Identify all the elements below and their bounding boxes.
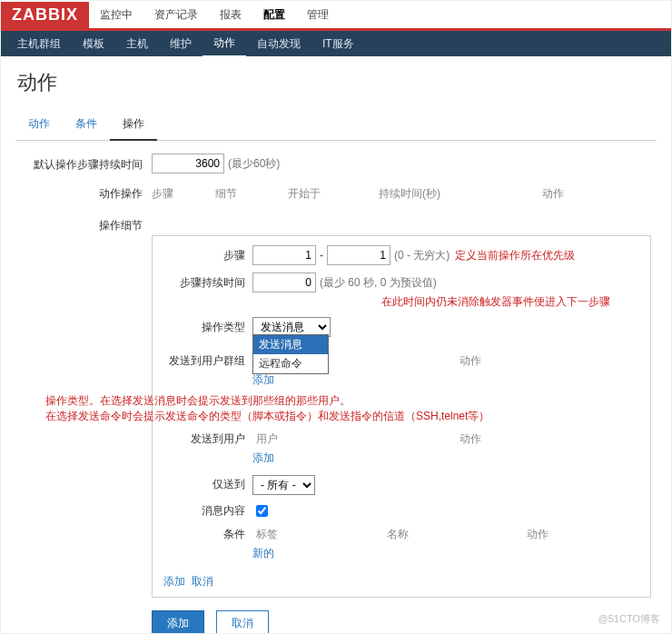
topnav-monitor[interactable]: 监控中 xyxy=(89,2,143,28)
send-u-label: 发送到用户 xyxy=(163,431,252,447)
step-hint: (0 - 无穷大) xyxy=(394,248,450,263)
optype-dropdown: 发送消息 远程命令 xyxy=(252,334,329,374)
cond-new[interactable]: 新的 xyxy=(252,547,274,560)
subnav-hostgroups[interactable]: 主机群组 xyxy=(6,31,72,56)
ann-optype-l2: 在选择发送命令时会提示发送命令的类型（脚本或指令）和发送指令的信道（SSH,te… xyxy=(45,409,639,424)
subnav-discovery[interactable]: 自动发现 xyxy=(246,31,311,56)
details-label: 操作细节 xyxy=(15,214,152,233)
msg-checkbox[interactable] xyxy=(256,505,268,517)
tabstrip: 动作 条件 操作 xyxy=(15,109,657,141)
col-action-ug: 动作 xyxy=(460,353,481,369)
default-step-input[interactable] xyxy=(152,154,224,173)
col-tag: 标签 xyxy=(256,527,383,542)
details-cancel[interactable]: 取消 xyxy=(192,575,213,588)
sub-navbar: 主机群组 模板 主机 维护 动作 自动发现 IT服务 xyxy=(1,31,671,56)
th-step: 步骤 xyxy=(152,186,215,202)
step-sep: - xyxy=(320,249,323,262)
duration-label: 步骤持续时间 xyxy=(163,275,252,291)
ann-priority: 定义当前操作所在优先级 xyxy=(455,248,575,263)
tab-operations[interactable]: 操作 xyxy=(110,109,157,141)
msg-label: 消息内容 xyxy=(163,503,252,519)
col-name: 名称 xyxy=(387,527,523,542)
subnav-maintenance[interactable]: 维护 xyxy=(159,31,203,56)
ann-optype-l1: 操作类型。在选择发送消息时会提示发送到那些组的那些用户。 xyxy=(45,393,639,409)
col-user: 用户 xyxy=(256,431,456,447)
th-action: 动作 xyxy=(542,186,657,202)
ann-timeout: 在此时间内仍未消除触发器事件便进入下一步骤 xyxy=(381,294,639,310)
subnav-hosts[interactable]: 主机 xyxy=(115,31,159,56)
step-to-input[interactable] xyxy=(327,245,390,265)
optype-opt-sendmsg[interactable]: 发送消息 xyxy=(253,335,328,354)
only-label: 仅送到 xyxy=(163,477,252,492)
subnav-itservices[interactable]: IT服务 xyxy=(311,31,365,56)
duration-input[interactable] xyxy=(252,272,316,292)
top-navbar: ZABBIX 监控中 资产记录 报表 配置 管理 xyxy=(1,1,671,31)
topnav-assets[interactable]: 资产记录 xyxy=(143,2,209,28)
only-select[interactable]: - 所有 - xyxy=(252,475,315,495)
cond-label: 条件 xyxy=(163,527,252,542)
col-action-u: 动作 xyxy=(460,431,481,447)
default-step-hint: (最少60秒) xyxy=(228,156,280,172)
send-u-add[interactable]: 添加 xyxy=(252,451,274,464)
tab-conditions[interactable]: 条件 xyxy=(63,109,110,141)
operation-details-box: 步骤 - (0 - 无穷大) 定义当前操作所在优先级 步骤持续时间 (最少 60… xyxy=(152,235,651,598)
optype-label: 操作类型 xyxy=(163,320,252,335)
send-ug-label: 发送到用户群组 xyxy=(163,353,252,369)
th-duration: 持续时间(秒) xyxy=(379,186,542,202)
logo: ZABBIX xyxy=(1,2,89,28)
topnav-admin[interactable]: 管理 xyxy=(296,2,340,28)
step-from-input[interactable] xyxy=(252,245,316,265)
watermark: @51CTO博客 xyxy=(598,612,660,626)
page-title: 动作 xyxy=(1,56,671,109)
step-label: 步骤 xyxy=(163,248,252,263)
duration-hint: (最少 60 秒, 0 为预设值) xyxy=(320,275,437,291)
col-action-c: 动作 xyxy=(527,527,548,542)
subnav-templates[interactable]: 模板 xyxy=(72,31,115,56)
th-start: 开始于 xyxy=(288,186,379,202)
action-ops-label: 动作操作 xyxy=(15,183,152,202)
cancel-button[interactable]: 取消 xyxy=(216,610,269,634)
optype-opt-remotecmd[interactable]: 远程命令 xyxy=(253,354,328,373)
th-detail: 细节 xyxy=(215,186,288,202)
topnav-reports[interactable]: 报表 xyxy=(209,2,252,28)
details-add[interactable]: 添加 xyxy=(163,575,185,588)
topnav-config[interactable]: 配置 xyxy=(252,2,296,28)
tab-action[interactable]: 动作 xyxy=(15,109,63,141)
send-ug-add[interactable]: 添加 xyxy=(252,373,274,386)
submit-button[interactable]: 添加 xyxy=(152,610,204,634)
default-step-label: 默认操作步骤持续时间 xyxy=(15,154,152,173)
subnav-actions[interactable]: 动作 xyxy=(203,30,246,57)
